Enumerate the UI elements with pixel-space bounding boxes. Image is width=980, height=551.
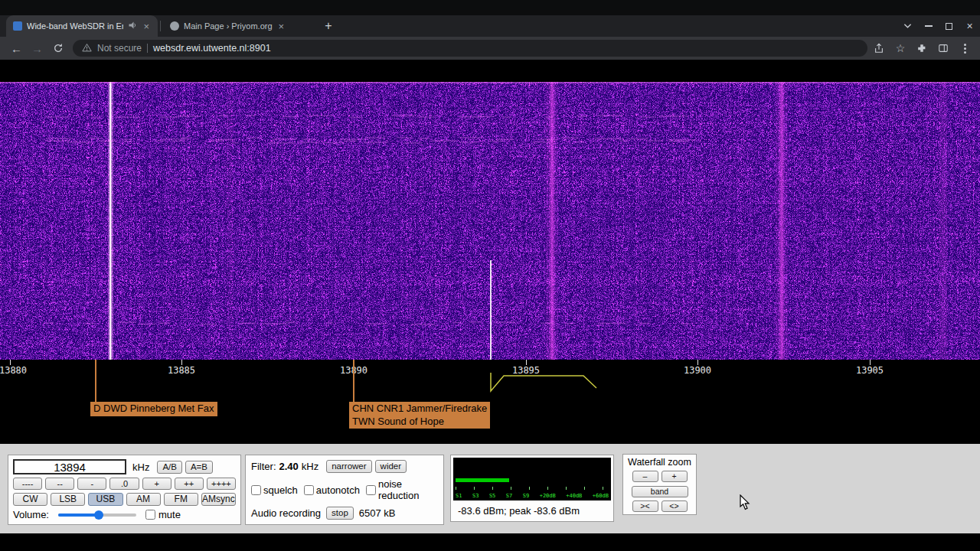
forward-button[interactable]: → [27, 38, 47, 59]
window-frame-top [0, 0, 980, 15]
mode-fm-button[interactable]: FM [164, 493, 198, 506]
volume-slider[interactable] [58, 514, 136, 517]
share-icon[interactable] [868, 38, 890, 59]
audio-recording-label: Audio recording [251, 507, 321, 519]
step-round-button[interactable]: .0 [109, 478, 139, 490]
filter-unit: kHz [302, 461, 318, 472]
zoom-in-button[interactable]: >< [632, 500, 658, 512]
window-close-button[interactable]: × [959, 15, 980, 37]
tab-websdr[interactable]: Wide-band WebSDR in Ensch × [6, 15, 158, 37]
scale-tick [526, 360, 527, 365]
noise-reduction-label: noise reduction [378, 478, 438, 501]
scale-tick [697, 360, 698, 365]
scale-tick [870, 360, 871, 365]
window-minimize-button[interactable] [918, 15, 939, 37]
filter-label: Filter: [251, 461, 276, 472]
waterfall-zoom-title: Waterfall zoom [628, 457, 691, 468]
stop-recording-button[interactable]: stop [326, 507, 354, 520]
smeter-box: S1S3S5S7S9+20dB+40dB+60dB -83.6 dBm; pea… [450, 455, 614, 522]
new-tab-button[interactable]: + [320, 18, 337, 34]
zoom-plus-button[interactable]: + [662, 471, 688, 482]
station-label-cnr1[interactable]: CHN CNR1 Jammer/Firedrake TWN Sound of H… [349, 402, 490, 429]
scale-tick [181, 360, 182, 365]
mute-checkbox[interactable] [145, 510, 155, 520]
tab-separator [160, 21, 161, 31]
squelch-label: squelch [263, 484, 298, 496]
passband-indicator[interactable] [0, 370, 980, 396]
frequency-input[interactable] [13, 459, 126, 474]
mode-am-button[interactable]: AM [126, 493, 161, 506]
step-up-4-button[interactable]: ++++ [207, 478, 236, 490]
mode-cw-button[interactable]: CW [13, 493, 47, 506]
omnibox-divider [147, 44, 148, 53]
volume-label: Volume: [13, 509, 49, 520]
recorded-size: 6507 kB [359, 507, 396, 519]
step-down-2-button[interactable]: -- [45, 478, 74, 490]
zoom-out-button[interactable]: <> [662, 500, 688, 512]
station-label-text: D DWD Pinneberg Met Fax [93, 403, 214, 416]
back-button[interactable]: ← [6, 38, 27, 59]
step-down-1-button[interactable]: - [77, 478, 106, 490]
window-controls: × [897, 15, 980, 37]
step-up-1-button[interactable]: + [142, 478, 172, 490]
station-label-text: CHN CNR1 Jammer/Firedrake [352, 403, 487, 416]
station-marker-line [95, 360, 96, 402]
smeter-bar [456, 478, 509, 482]
browser-menu-icon[interactable] [954, 38, 975, 59]
control-panel: kHz A/B A=B ---- -- - .0 + ++ ++++ CW LS… [0, 444, 980, 533]
station-label-dwd[interactable]: D DWD Pinneberg Met Fax [90, 402, 217, 416]
narrower-button[interactable]: narrower [326, 460, 371, 473]
mute-label: mute [158, 509, 181, 520]
tab-priyom[interactable]: Main Page › Priyom.org × [163, 15, 315, 37]
url-text: websdr.ewi.utwente.nl:8901 [153, 43, 271, 54]
step-down-4-button[interactable]: ---- [13, 478, 42, 490]
priyom-favicon [170, 21, 179, 31]
window-frame-bottom [0, 533, 980, 551]
mode-amsync-button[interactable]: AMsync [201, 493, 236, 506]
toolbar-icons: ☆ [868, 38, 980, 59]
signal-reading: -83.6 dBm; peak -83.6 dBm [453, 500, 611, 517]
tuner-box: kHz A/B A=B ---- -- - .0 + ++ ++++ CW LS… [8, 455, 241, 525]
window-maximize-button[interactable] [939, 15, 959, 37]
wider-button[interactable]: wider [375, 460, 407, 473]
address-bar[interactable]: Not secure websdr.ewi.utwente.nl:8901 [73, 40, 867, 57]
tab-search-chevron-icon[interactable] [897, 15, 918, 37]
zoom-minus-button[interactable]: – [632, 471, 658, 482]
frequency-unit-label: kHz [132, 461, 149, 473]
waterfall-display[interactable] [0, 82, 980, 360]
websdr-content: 13880 13885 13890 13895 13900 13905 D DW… [0, 60, 980, 444]
security-label: Not secure [97, 43, 142, 54]
browser-tabstrip: Wide-band WebSDR in Ensch × Main Page › … [0, 15, 980, 37]
screen: Wide-band WebSDR in Ensch × Main Page › … [0, 0, 980, 551]
bookmark-star-icon[interactable]: ☆ [890, 38, 911, 59]
extensions-puzzle-icon[interactable] [911, 38, 933, 59]
tab-close-icon[interactable]: × [277, 21, 286, 31]
smeter-scale: S1S3S5S7S9+20dB+40dB+60dB [456, 493, 609, 499]
scale-tick [10, 360, 11, 365]
not-secure-icon [82, 41, 92, 55]
autonotch-checkbox[interactable] [304, 485, 314, 495]
mode-usb-button[interactable]: USB [88, 493, 122, 506]
volume-slider-thumb[interactable] [94, 510, 103, 520]
mode-lsb-button[interactable]: LSB [51, 493, 85, 506]
browser-toolbar: ← → Not secure websdr.ewi.utwente.nl:890… [0, 37, 980, 60]
tab-title: Wide-band WebSDR in Ensch [27, 21, 123, 31]
zoom-band-button[interactable]: band [632, 486, 688, 497]
step-up-2-button[interactable]: ++ [175, 478, 204, 490]
websdr-favicon [13, 21, 22, 31]
filter-value: 2.40 [279, 461, 299, 472]
tab-close-icon[interactable]: × [142, 21, 151, 31]
squelch-checkbox[interactable] [251, 485, 261, 495]
reload-button[interactable] [47, 38, 68, 59]
station-label-text: TWN Sound of Hope [352, 416, 487, 429]
tab-audio-icon[interactable] [128, 19, 137, 33]
noise-reduction-checkbox[interactable] [366, 485, 376, 495]
side-panel-icon[interactable] [933, 38, 954, 59]
station-marker-line [353, 360, 354, 402]
tab-title: Main Page › Priyom.org [184, 21, 273, 31]
smeter-ticks [456, 487, 609, 490]
waterfall-zoom-box: Waterfall zoom – + band >< <> [622, 454, 697, 515]
ab-button[interactable]: A/B [157, 461, 182, 474]
smeter-display: S1S3S5S7S9+20dB+40dB+60dB [453, 458, 611, 500]
a-eq-b-button[interactable]: A=B [185, 461, 213, 474]
